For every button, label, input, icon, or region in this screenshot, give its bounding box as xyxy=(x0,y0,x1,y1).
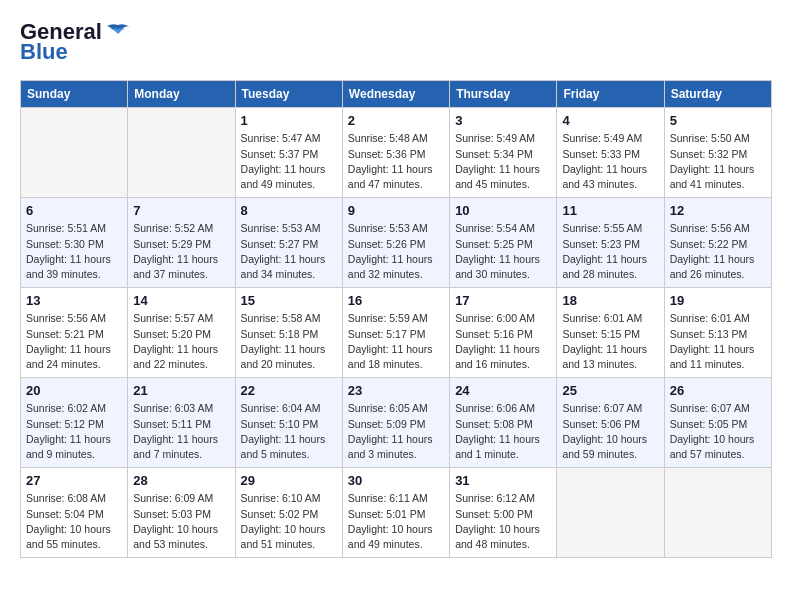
calendar-cell: 9Sunrise: 5:53 AM Sunset: 5:26 PM Daylig… xyxy=(342,198,449,288)
day-number: 6 xyxy=(26,203,122,218)
calendar-week-row: 27Sunrise: 6:08 AM Sunset: 5:04 PM Dayli… xyxy=(21,468,772,558)
day-number: 18 xyxy=(562,293,658,308)
calendar-cell xyxy=(128,108,235,198)
logo: General Blue xyxy=(20,20,132,64)
day-number: 19 xyxy=(670,293,766,308)
calendar-cell xyxy=(21,108,128,198)
calendar-table: SundayMondayTuesdayWednesdayThursdayFrid… xyxy=(20,80,772,558)
calendar-cell: 8Sunrise: 5:53 AM Sunset: 5:27 PM Daylig… xyxy=(235,198,342,288)
calendar-cell: 2Sunrise: 5:48 AM Sunset: 5:36 PM Daylig… xyxy=(342,108,449,198)
day-info: Sunrise: 6:06 AM Sunset: 5:08 PM Dayligh… xyxy=(455,401,551,462)
calendar-cell: 19Sunrise: 6:01 AM Sunset: 5:13 PM Dayli… xyxy=(664,288,771,378)
day-info: Sunrise: 5:53 AM Sunset: 5:27 PM Dayligh… xyxy=(241,221,337,282)
day-number: 26 xyxy=(670,383,766,398)
calendar-week-row: 1Sunrise: 5:47 AM Sunset: 5:37 PM Daylig… xyxy=(21,108,772,198)
day-number: 14 xyxy=(133,293,229,308)
day-info: Sunrise: 6:07 AM Sunset: 5:05 PM Dayligh… xyxy=(670,401,766,462)
calendar-cell xyxy=(557,468,664,558)
calendar-week-row: 20Sunrise: 6:02 AM Sunset: 5:12 PM Dayli… xyxy=(21,378,772,468)
calendar-cell: 27Sunrise: 6:08 AM Sunset: 5:04 PM Dayli… xyxy=(21,468,128,558)
day-info: Sunrise: 6:12 AM Sunset: 5:00 PM Dayligh… xyxy=(455,491,551,552)
day-number: 21 xyxy=(133,383,229,398)
day-info: Sunrise: 5:51 AM Sunset: 5:30 PM Dayligh… xyxy=(26,221,122,282)
day-info: Sunrise: 5:50 AM Sunset: 5:32 PM Dayligh… xyxy=(670,131,766,192)
calendar-day-header: Saturday xyxy=(664,81,771,108)
day-info: Sunrise: 5:53 AM Sunset: 5:26 PM Dayligh… xyxy=(348,221,444,282)
day-info: Sunrise: 5:57 AM Sunset: 5:20 PM Dayligh… xyxy=(133,311,229,372)
calendar-cell: 30Sunrise: 6:11 AM Sunset: 5:01 PM Dayli… xyxy=(342,468,449,558)
day-number: 28 xyxy=(133,473,229,488)
day-number: 23 xyxy=(348,383,444,398)
day-number: 4 xyxy=(562,113,658,128)
calendar-cell: 25Sunrise: 6:07 AM Sunset: 5:06 PM Dayli… xyxy=(557,378,664,468)
calendar-day-header: Wednesday xyxy=(342,81,449,108)
calendar-cell: 16Sunrise: 5:59 AM Sunset: 5:17 PM Dayli… xyxy=(342,288,449,378)
day-info: Sunrise: 5:59 AM Sunset: 5:17 PM Dayligh… xyxy=(348,311,444,372)
day-info: Sunrise: 6:03 AM Sunset: 5:11 PM Dayligh… xyxy=(133,401,229,462)
calendar-cell: 10Sunrise: 5:54 AM Sunset: 5:25 PM Dayli… xyxy=(450,198,557,288)
calendar-cell: 20Sunrise: 6:02 AM Sunset: 5:12 PM Dayli… xyxy=(21,378,128,468)
day-info: Sunrise: 6:01 AM Sunset: 5:13 PM Dayligh… xyxy=(670,311,766,372)
calendar-cell: 22Sunrise: 6:04 AM Sunset: 5:10 PM Dayli… xyxy=(235,378,342,468)
calendar-cell: 11Sunrise: 5:55 AM Sunset: 5:23 PM Dayli… xyxy=(557,198,664,288)
calendar-cell: 26Sunrise: 6:07 AM Sunset: 5:05 PM Dayli… xyxy=(664,378,771,468)
calendar-week-row: 6Sunrise: 5:51 AM Sunset: 5:30 PM Daylig… xyxy=(21,198,772,288)
day-info: Sunrise: 6:07 AM Sunset: 5:06 PM Dayligh… xyxy=(562,401,658,462)
calendar-day-header: Sunday xyxy=(21,81,128,108)
day-info: Sunrise: 5:47 AM Sunset: 5:37 PM Dayligh… xyxy=(241,131,337,192)
day-info: Sunrise: 5:55 AM Sunset: 5:23 PM Dayligh… xyxy=(562,221,658,282)
day-number: 20 xyxy=(26,383,122,398)
calendar-cell: 6Sunrise: 5:51 AM Sunset: 5:30 PM Daylig… xyxy=(21,198,128,288)
day-info: Sunrise: 5:49 AM Sunset: 5:34 PM Dayligh… xyxy=(455,131,551,192)
calendar-cell: 29Sunrise: 6:10 AM Sunset: 5:02 PM Dayli… xyxy=(235,468,342,558)
page-header: General Blue xyxy=(20,20,772,64)
day-number: 22 xyxy=(241,383,337,398)
day-info: Sunrise: 6:05 AM Sunset: 5:09 PM Dayligh… xyxy=(348,401,444,462)
day-info: Sunrise: 6:09 AM Sunset: 5:03 PM Dayligh… xyxy=(133,491,229,552)
calendar-cell: 24Sunrise: 6:06 AM Sunset: 5:08 PM Dayli… xyxy=(450,378,557,468)
calendar-cell: 21Sunrise: 6:03 AM Sunset: 5:11 PM Dayli… xyxy=(128,378,235,468)
calendar-day-header: Thursday xyxy=(450,81,557,108)
calendar-day-header: Tuesday xyxy=(235,81,342,108)
calendar-cell: 23Sunrise: 6:05 AM Sunset: 5:09 PM Dayli… xyxy=(342,378,449,468)
calendar-cell: 13Sunrise: 5:56 AM Sunset: 5:21 PM Dayli… xyxy=(21,288,128,378)
day-number: 1 xyxy=(241,113,337,128)
day-info: Sunrise: 6:08 AM Sunset: 5:04 PM Dayligh… xyxy=(26,491,122,552)
day-info: Sunrise: 5:54 AM Sunset: 5:25 PM Dayligh… xyxy=(455,221,551,282)
day-number: 5 xyxy=(670,113,766,128)
calendar-cell: 7Sunrise: 5:52 AM Sunset: 5:29 PM Daylig… xyxy=(128,198,235,288)
calendar-cell: 15Sunrise: 5:58 AM Sunset: 5:18 PM Dayli… xyxy=(235,288,342,378)
calendar-cell: 5Sunrise: 5:50 AM Sunset: 5:32 PM Daylig… xyxy=(664,108,771,198)
day-number: 8 xyxy=(241,203,337,218)
calendar-cell: 14Sunrise: 5:57 AM Sunset: 5:20 PM Dayli… xyxy=(128,288,235,378)
day-info: Sunrise: 5:56 AM Sunset: 5:22 PM Dayligh… xyxy=(670,221,766,282)
day-info: Sunrise: 6:11 AM Sunset: 5:01 PM Dayligh… xyxy=(348,491,444,552)
day-info: Sunrise: 6:00 AM Sunset: 5:16 PM Dayligh… xyxy=(455,311,551,372)
day-number: 31 xyxy=(455,473,551,488)
day-number: 29 xyxy=(241,473,337,488)
calendar-cell: 12Sunrise: 5:56 AM Sunset: 5:22 PM Dayli… xyxy=(664,198,771,288)
calendar-week-row: 13Sunrise: 5:56 AM Sunset: 5:21 PM Dayli… xyxy=(21,288,772,378)
day-number: 12 xyxy=(670,203,766,218)
calendar-day-header: Friday xyxy=(557,81,664,108)
calendar-cell: 17Sunrise: 6:00 AM Sunset: 5:16 PM Dayli… xyxy=(450,288,557,378)
day-number: 27 xyxy=(26,473,122,488)
day-info: Sunrise: 6:02 AM Sunset: 5:12 PM Dayligh… xyxy=(26,401,122,462)
calendar-cell: 1Sunrise: 5:47 AM Sunset: 5:37 PM Daylig… xyxy=(235,108,342,198)
day-number: 24 xyxy=(455,383,551,398)
day-number: 15 xyxy=(241,293,337,308)
day-info: Sunrise: 5:56 AM Sunset: 5:21 PM Dayligh… xyxy=(26,311,122,372)
day-info: Sunrise: 6:10 AM Sunset: 5:02 PM Dayligh… xyxy=(241,491,337,552)
calendar-cell: 28Sunrise: 6:09 AM Sunset: 5:03 PM Dayli… xyxy=(128,468,235,558)
day-info: Sunrise: 5:58 AM Sunset: 5:18 PM Dayligh… xyxy=(241,311,337,372)
day-number: 9 xyxy=(348,203,444,218)
day-info: Sunrise: 6:04 AM Sunset: 5:10 PM Dayligh… xyxy=(241,401,337,462)
day-number: 25 xyxy=(562,383,658,398)
day-number: 13 xyxy=(26,293,122,308)
day-number: 3 xyxy=(455,113,551,128)
calendar-day-header: Monday xyxy=(128,81,235,108)
day-info: Sunrise: 5:52 AM Sunset: 5:29 PM Dayligh… xyxy=(133,221,229,282)
day-info: Sunrise: 6:01 AM Sunset: 5:15 PM Dayligh… xyxy=(562,311,658,372)
calendar-cell: 31Sunrise: 6:12 AM Sunset: 5:00 PM Dayli… xyxy=(450,468,557,558)
calendar-cell: 4Sunrise: 5:49 AM Sunset: 5:33 PM Daylig… xyxy=(557,108,664,198)
